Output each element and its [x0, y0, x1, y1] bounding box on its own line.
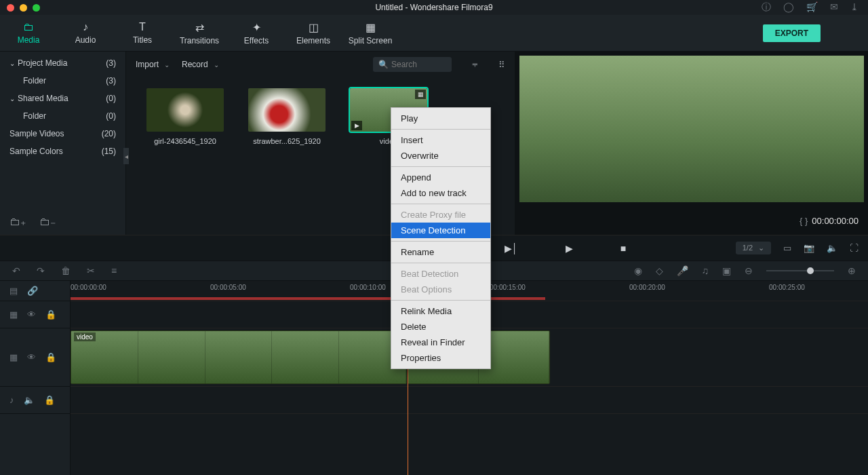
tab-label: Audio	[75, 35, 96, 45]
redo-button[interactable]: ↷	[37, 265, 45, 276]
sidebar-item-sample-colors[interactable]: Sample Colors(15)	[0, 142, 125, 160]
options-button[interactable]: ≡	[111, 265, 117, 276]
elements-icon: ◫	[309, 21, 319, 34]
account-icon[interactable]: ◯	[783, 1, 794, 14]
tab-elements[interactable]: ◫Elements	[285, 15, 342, 51]
info-icon[interactable]: ⓘ	[762, 1, 771, 14]
undo-button[interactable]: ↶	[12, 265, 20, 276]
track-head-video2[interactable]: ▦👁🔒	[0, 301, 70, 328]
media-sidebar: ⌄Project Media(3) Folder(3) ⌄Shared Medi…	[0, 52, 126, 235]
tab-audio[interactable]: ♪Audio	[57, 15, 114, 51]
preview-scale-dropdown[interactable]: 1/2⌄	[736, 242, 771, 254]
close-window-button[interactable]	[7, 4, 14, 12]
new-folder-icon[interactable]: 🗀₊	[9, 215, 26, 228]
sidebar-item-sample-videos[interactable]: Sample Videos(20)	[0, 125, 125, 142]
track-head-video1[interactable]: ▦👁🔒	[0, 328, 70, 387]
delete-button[interactable]: 🗑	[61, 265, 71, 276]
media-thumb[interactable]: girl-2436545_1920	[146, 88, 224, 145]
zoom-out-icon[interactable]: ⊖	[745, 265, 753, 276]
timeline-clip[interactable]: video	[71, 330, 407, 384]
download-icon[interactable]: ⤓	[850, 1, 859, 14]
thumb-label: girl-2436545_1920	[154, 137, 216, 145]
titles-icon: T	[139, 21, 146, 33]
tab-label: Titles	[133, 35, 152, 45]
sidebar-item-project-media[interactable]: ⌄Project Media(3)	[0, 54, 125, 72]
context-menu-item[interactable]: Add to new track	[391, 185, 490, 201]
chevron-down-icon: ⌄	[758, 244, 764, 252]
context-menu-item[interactable]: Relink Media	[391, 303, 490, 319]
zoom-slider[interactable]	[766, 270, 834, 271]
context-menu-item: Beat Options	[391, 282, 490, 297]
main-tabs: 🗀Media ♪Audio TTitles ⇄Transitions ✦Effe…	[0, 15, 399, 51]
grid-view-icon[interactable]: ⠿	[498, 60, 505, 70]
window-title: Untitled - Wondershare Filmora9	[0, 3, 868, 12]
clip-label: video	[74, 332, 96, 341]
snapshot-icon[interactable]: 📷	[804, 243, 814, 253]
lock-icon[interactable]: 🔒	[45, 352, 56, 362]
filmstrip-icon: ▦	[415, 90, 426, 99]
maximize-window-button[interactable]	[33, 4, 40, 12]
marker-icon[interactable]: ◇	[656, 265, 663, 276]
visibility-icon[interactable]: 👁	[27, 352, 36, 362]
zoom-in-icon[interactable]: ⊕	[848, 265, 856, 276]
mail-icon[interactable]: ✉	[830, 1, 838, 14]
context-menu-item[interactable]: Insert	[391, 132, 490, 148]
sidebar-item-folder[interactable]: Folder(3)	[0, 72, 125, 90]
tab-media[interactable]: 🗀Media	[0, 15, 57, 51]
import-dropdown[interactable]: Import⌄	[136, 60, 170, 69]
manage-tracks-icon[interactable]: ▤	[9, 286, 18, 296]
context-menu-item[interactable]: Delete	[391, 319, 490, 335]
add-to-timeline-icon[interactable]: ▶	[351, 121, 362, 130]
search-icon: 🔍	[378, 60, 389, 69]
track-head-audio1[interactable]: ♪🔈🔒	[0, 387, 70, 414]
lock-icon[interactable]: 🔒	[45, 309, 56, 320]
link-icon[interactable]: 🔗	[27, 286, 38, 296]
tab-label: Transitions	[180, 36, 219, 45]
voiceover-icon[interactable]: 🎤	[677, 265, 688, 276]
cart-icon[interactable]: 🛒	[806, 1, 818, 14]
tab-effects[interactable]: ✦Effects	[228, 15, 285, 51]
search-input[interactable]	[391, 60, 446, 69]
split-button[interactable]: ✂	[87, 265, 95, 276]
context-menu-item[interactable]: Overwrite	[391, 148, 490, 164]
crop-icon[interactable]: ▣	[722, 265, 731, 276]
preview-viewport[interactable]	[519, 56, 864, 202]
export-button[interactable]: EXPORT	[763, 24, 821, 42]
volume-icon[interactable]: 🔈	[827, 243, 837, 253]
search-field[interactable]: 🔍	[373, 57, 452, 72]
stop-button[interactable]: ■	[620, 243, 626, 254]
tab-split-screen[interactable]: ▦Split Screen	[342, 15, 399, 51]
context-menu-item[interactable]: Properties	[391, 350, 490, 366]
delete-folder-icon[interactable]: 🗀₋	[39, 215, 56, 228]
ruler-head: ▤🔗	[0, 281, 70, 301]
context-menu-item[interactable]: Rename	[391, 244, 490, 260]
context-menu-item[interactable]: Play	[391, 111, 490, 126]
context-menu-item[interactable]: Scene Detection	[391, 223, 490, 238]
minimize-window-button[interactable]	[20, 4, 27, 12]
lock-icon[interactable]: 🔒	[44, 395, 55, 405]
sidebar-collapse-handle[interactable]: ◂	[123, 148, 129, 164]
filmstrip-icon: ▦	[9, 309, 18, 320]
sidebar-item-folder[interactable]: Folder(0)	[0, 107, 125, 125]
play-button[interactable]: ▶	[566, 243, 573, 254]
preview-quality-icon[interactable]: ▭	[783, 243, 791, 253]
context-menu-item[interactable]: Reveal in Finder	[391, 335, 490, 350]
visibility-icon[interactable]: 👁	[27, 309, 36, 320]
track-audio1[interactable]	[71, 387, 868, 414]
media-thumb[interactable]: strawber...625_1920	[248, 88, 326, 145]
menu-separator	[391, 263, 490, 263]
context-menu-item[interactable]: Append	[391, 170, 490, 185]
mute-icon[interactable]: 🔈	[24, 395, 35, 405]
preview-timecode: { }00:00:00:00	[800, 216, 859, 226]
render-preview-icon[interactable]: ◉	[634, 265, 642, 276]
prev-frame-button[interactable]: ▶│	[505, 243, 518, 254]
record-dropdown[interactable]: Record⌄	[182, 60, 219, 69]
filter-icon[interactable]: ⫧	[471, 60, 479, 70]
audio-mixer-icon[interactable]: ♫	[702, 265, 709, 276]
tab-label: Effects	[244, 36, 269, 45]
tab-titles[interactable]: TTitles	[114, 15, 171, 51]
context-menu-item: Create Proxy file	[391, 207, 490, 223]
tab-transitions[interactable]: ⇄Transitions	[171, 15, 228, 51]
sidebar-item-shared-media[interactable]: ⌄Shared Media(0)	[0, 90, 125, 107]
fullscreen-icon[interactable]: ⛶	[850, 243, 859, 253]
